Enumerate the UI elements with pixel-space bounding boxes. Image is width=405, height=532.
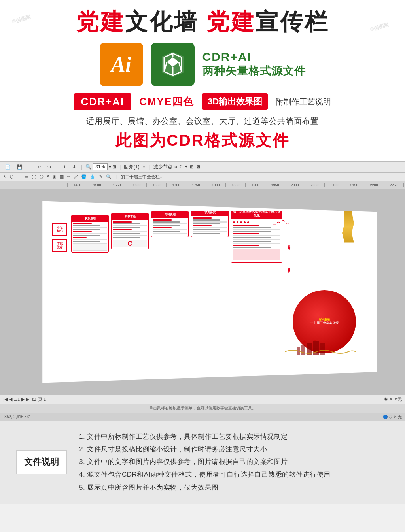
editor-section: 📄 💾 — ↩ ↪ | ⬆ ⬇ | 🔍 31% ▾ ⊞ | 贴齐(T) ▾ | … bbox=[0, 161, 405, 421]
title-red-2: 党建 bbox=[206, 9, 255, 34]
toolbar-node[interactable]: ⬡ bbox=[10, 174, 14, 179]
main-title: 党建文化墙 党建宣传栏 bbox=[16, 8, 389, 36]
ruler-1900: 1900 bbox=[245, 183, 265, 187]
vertical-slogans: 永远跟党走 共筑中国梦 bbox=[287, 243, 291, 285]
bottom-section: 文件说明 1. 文件中所标制作工艺仅供参考，具体制作工艺要根据实际情况制定 2.… bbox=[0, 421, 405, 504]
ruler-2300: 2300 bbox=[403, 183, 405, 187]
toolbar-undo[interactable]: ↩ bbox=[36, 163, 43, 171]
btn-laoji-shiming: 牢记 使命 bbox=[52, 239, 67, 252]
page-next[interactable]: ▶ bbox=[21, 397, 25, 402]
toolbar-pen[interactable]: 🖊 bbox=[74, 174, 78, 179]
page-label: 页 1 bbox=[38, 396, 46, 402]
note-1: 1. 文件中所标制作工艺仅供参考，具体制作工艺要根据实际情况制定 bbox=[79, 430, 389, 443]
design-wrapper: 不忘 初心 牢记 使命 解放思想 bbox=[28, 201, 377, 383]
svg-marker-12 bbox=[302, 340, 307, 343]
format-line2: 两种矢量格式源文件 bbox=[202, 64, 306, 79]
title-black-2: 宣传栏 bbox=[255, 9, 329, 34]
cross-icon[interactable]: ✕ bbox=[389, 397, 393, 402]
snap-icon[interactable]: ◈ bbox=[384, 397, 388, 402]
coords-bar: -852,-2,616.331 🔵 ◇ ✕ 无 bbox=[0, 413, 405, 421]
toolbar-poly[interactable]: ⬠ bbox=[40, 174, 44, 179]
card-stack: 解放思想 bbox=[71, 211, 365, 361]
toolbar-spiral[interactable]: ◉ bbox=[53, 174, 57, 179]
canvas-area[interactable]: 不忘 初心 牢记 使命 解放思想 bbox=[0, 189, 405, 395]
card-ssqsh: 实事求是 bbox=[111, 213, 149, 249]
close-x[interactable]: ✕无 bbox=[394, 397, 402, 402]
page-current: 1/1 bbox=[14, 397, 20, 402]
note-3: 3. 文件中的文字和图片内容仅供参考，图片请根据自己的文案和图片 bbox=[79, 456, 389, 468]
editor-second-toolbar: ↖ ⬡ ⌒ ▭ ◯ ⬠ A ◉ ▦ ✏ 🖊 🪣 💧 🖱 🔍 | 的二十届三中全会… bbox=[0, 173, 405, 181]
ruler-1650: 1650 bbox=[146, 183, 166, 187]
title-red-1: 党建 bbox=[76, 9, 125, 34]
toolbar-text[interactable]: A bbox=[47, 174, 49, 179]
tag-3d: 3D输出效果图 bbox=[202, 93, 268, 110]
zoom-label: 🔍 bbox=[85, 164, 91, 170]
ruler-area: 1450 1500 1550 1600 1650 1700 1750 1800 … bbox=[0, 181, 405, 189]
toolbar-save[interactable]: 💾 bbox=[15, 163, 25, 171]
page-indicator: |◀ ◀ 1/1 ▶ ▶| 🖫 页 1 bbox=[3, 396, 46, 402]
toolbar-file[interactable]: 📄 bbox=[3, 163, 13, 171]
slogan-2: 共筑中国梦 bbox=[287, 266, 291, 285]
ruler-1550: 1550 bbox=[107, 183, 127, 187]
node-approx: ≈ bbox=[175, 164, 178, 170]
node-add[interactable]: + bbox=[185, 164, 187, 170]
toolbar-redo[interactable]: ↪ bbox=[45, 163, 53, 171]
card2-header: 实事求是 bbox=[112, 213, 148, 220]
coordinates: -852,-2,616.331 bbox=[3, 415, 31, 419]
toolbar-rect[interactable]: ▭ bbox=[25, 174, 28, 179]
status-text: 单击鼠标右键以显示菜单，也可以使用数字键直接切换工具。 bbox=[149, 406, 256, 410]
applicable-text: 适用展厅、展馆、办公室、会议室、大厅、过道等公共墙面布置 bbox=[16, 116, 389, 126]
toolbar-grid[interactable]: ⊞ bbox=[190, 164, 194, 170]
toolbar-zoom2[interactable]: 🔍 bbox=[106, 174, 112, 179]
card4-header: 求真务实 bbox=[191, 211, 228, 216]
toolbar-nodes: 减少节点 bbox=[153, 164, 172, 170]
toolbar-ellipse[interactable]: ◯ bbox=[32, 174, 36, 179]
zoom-expand[interactable]: ⊞ bbox=[112, 164, 116, 170]
toolbar-import[interactable]: ⬆ bbox=[61, 163, 68, 171]
wave-decor bbox=[285, 348, 356, 357]
page-next-next[interactable]: ▶| bbox=[26, 397, 30, 402]
wave-svg bbox=[285, 348, 356, 356]
ruler-1500: 1500 bbox=[87, 183, 107, 187]
toolbar-export[interactable]: ⬇ bbox=[70, 163, 78, 171]
note-5: 5. 展示页中所含图片并不为实物，仅为效果图 bbox=[79, 481, 389, 494]
format-line1: CDR+AI bbox=[202, 50, 306, 64]
zoom-value[interactable]: 31% bbox=[93, 163, 108, 170]
toolbar-eyedrop[interactable]: 💧 bbox=[90, 174, 95, 179]
card1-header: 解放思想 bbox=[72, 215, 108, 222]
page-add[interactable]: 🖫 bbox=[32, 397, 36, 402]
card3-body bbox=[151, 218, 188, 237]
btn-wangchu-xin: 不忘 初心 bbox=[52, 223, 67, 236]
toolbar-smart[interactable]: ✏ bbox=[67, 174, 70, 179]
toolbar-interact[interactable]: 🖱 bbox=[98, 174, 103, 179]
toolbar-arrow[interactable]: ↖ bbox=[3, 174, 7, 179]
card3-header: 与时俱进 bbox=[151, 211, 188, 218]
editor-toolbar: 📄 💾 — ↩ ↪ | ⬆ ⬇ | 🔍 31% ▾ ⊞ | 贴齐(T) ▾ | … bbox=[0, 161, 405, 173]
ruler-2150: 2150 bbox=[344, 183, 364, 187]
page-prev[interactable]: ◀ bbox=[9, 397, 12, 402]
ruler-2200: 2200 bbox=[364, 183, 384, 187]
circle-title: 深入解读 二十届三中全会公报 bbox=[310, 317, 339, 326]
card-ysjs: 与时俱进 bbox=[151, 211, 189, 237]
tag-note: 附制作工艺说明 bbox=[276, 96, 331, 107]
status-bar: 单击鼠标右键以显示菜单，也可以使用数字键直接切换工具。 bbox=[0, 404, 405, 413]
tags-row: CDR+AI CMYE四色 3D输出效果图 附制作工艺说明 bbox=[16, 93, 389, 110]
toolbar-graph[interactable]: ▦ bbox=[60, 174, 64, 179]
toolbar-cross[interactable]: ⊠ bbox=[196, 164, 200, 170]
snap-label: 贴齐(T) bbox=[124, 164, 139, 170]
right-status: ◈ ✕ ✕无 bbox=[384, 396, 402, 402]
ruler-2050: 2050 bbox=[305, 183, 324, 187]
cdr-svg bbox=[157, 49, 189, 80]
tag-cmyk: CMYE四色 bbox=[139, 95, 194, 109]
format-text: CDR+AI 两种矢量格式源文件 bbox=[202, 50, 306, 79]
toolbar-curve[interactable]: ⌒ bbox=[17, 174, 21, 180]
toolbar-fill[interactable]: 🪣 bbox=[81, 174, 87, 179]
ruler-1600: 1600 bbox=[127, 183, 146, 187]
ruler-1850: 1850 bbox=[225, 183, 245, 187]
page-prev-prev[interactable]: |◀ bbox=[3, 397, 8, 402]
node-count: 0 bbox=[180, 164, 182, 170]
note-2: 2. 文件尺寸是投稿比例缩小设计，制作时请务必注意尺寸大小 bbox=[79, 443, 389, 456]
gold-ribbon bbox=[342, 211, 354, 243]
top-section: ©创图网 ©创图网 党建文化墙 党建宣传栏 Ai CDR+AI 两种矢量格式源文… bbox=[0, 0, 405, 161]
zoom-plus[interactable]: ▾ bbox=[109, 164, 111, 170]
